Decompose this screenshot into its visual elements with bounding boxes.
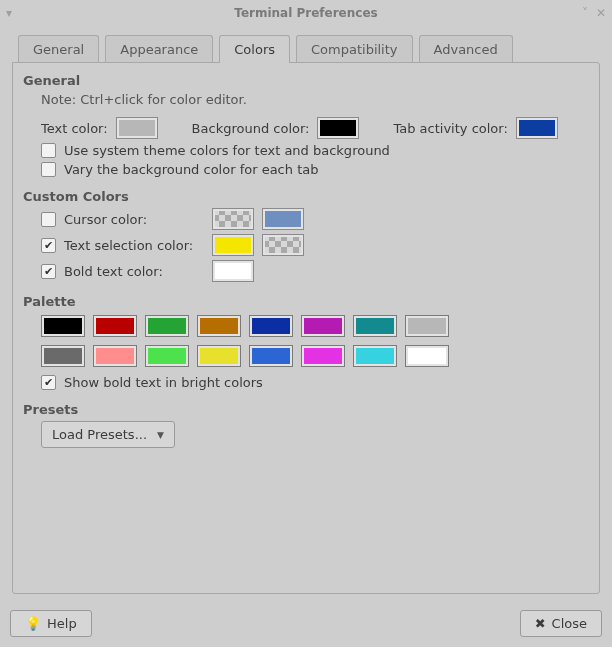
selection-color-checkbox[interactable]	[41, 238, 56, 253]
color-editor-note: Note: Ctrl+click for color editor.	[41, 92, 589, 107]
background-color-label: Background color:	[192, 121, 310, 136]
background-color-swatch[interactable]	[317, 117, 359, 139]
palette-swatch-15[interactable]	[405, 345, 449, 367]
row-selection-color: Text selection color:	[41, 234, 589, 256]
tab-panel-colors: General Note: Ctrl+click for color edito…	[12, 62, 600, 594]
tab-label: General	[33, 42, 84, 57]
cursor-color-label: Cursor color:	[64, 212, 204, 227]
palette-swatch-0[interactable]	[41, 315, 85, 337]
titlebar: ▾ Terminal Preferences ˅ ✕	[0, 0, 612, 26]
palette-swatch-11[interactable]	[197, 345, 241, 367]
tab-compatibility[interactable]: Compatibility	[296, 35, 413, 63]
palette-swatch-7[interactable]	[405, 315, 449, 337]
tab-advanced[interactable]: Advanced	[419, 35, 513, 63]
selection-color-label: Text selection color:	[64, 238, 204, 253]
content-area: General Appearance Colors Compatibility …	[0, 26, 612, 602]
tab-label: Colors	[234, 42, 275, 57]
cursor-color-swatch-1[interactable]	[212, 208, 254, 230]
bold-color-swatch[interactable]	[212, 260, 254, 282]
cursor-color-swatch-2[interactable]	[262, 208, 304, 230]
window-menu-icon[interactable]: ▾	[6, 6, 12, 20]
palette-grid	[41, 315, 589, 367]
row-basic-colors: Text color: Background color: Tab activi…	[41, 117, 589, 139]
text-color-swatch[interactable]	[116, 117, 158, 139]
tab-label: Compatibility	[311, 42, 398, 57]
bottom-bar: 💡 Help ✖ Close	[0, 602, 612, 647]
palette-swatch-12[interactable]	[249, 345, 293, 367]
row-use-system-colors: Use system theme colors for text and bac…	[41, 143, 589, 158]
tab-general[interactable]: General	[18, 35, 99, 63]
row-show-bold-bright: Show bold text in bright colors	[41, 375, 589, 390]
section-custom-heading: Custom Colors	[23, 189, 589, 204]
close-icon: ✖	[535, 616, 546, 631]
bold-color-checkbox[interactable]	[41, 264, 56, 279]
tab-label: Advanced	[434, 42, 498, 57]
help-button[interactable]: 💡 Help	[10, 610, 92, 637]
tab-label: Appearance	[120, 42, 198, 57]
help-button-label: Help	[47, 616, 77, 631]
text-color-label: Text color:	[41, 121, 108, 136]
palette-swatch-3[interactable]	[197, 315, 241, 337]
row-vary-background: Vary the background color for each tab	[41, 162, 589, 177]
row-bold-color: Bold text color:	[41, 260, 589, 282]
palette-swatch-8[interactable]	[41, 345, 85, 367]
use-system-colors-label: Use system theme colors for text and bac…	[64, 143, 390, 158]
tab-bar: General Appearance Colors Compatibility …	[12, 34, 600, 62]
load-presets-dropdown[interactable]: Load Presets... ▼	[41, 421, 175, 448]
preferences-window: ▾ Terminal Preferences ˅ ✕ General Appea…	[0, 0, 612, 647]
help-icon: 💡	[25, 616, 41, 631]
selection-color-swatch-2[interactable]	[262, 234, 304, 256]
window-title: Terminal Preferences	[66, 6, 546, 20]
window-minimize-icon[interactable]: ˅	[582, 6, 588, 20]
palette-swatch-1[interactable]	[93, 315, 137, 337]
show-bold-bright-checkbox[interactable]	[41, 375, 56, 390]
tab-activity-color-label: Tab activity color:	[393, 121, 507, 136]
palette-swatch-9[interactable]	[93, 345, 137, 367]
use-system-colors-checkbox[interactable]	[41, 143, 56, 158]
section-presets-heading: Presets	[23, 402, 589, 417]
palette-swatch-5[interactable]	[301, 315, 345, 337]
section-palette-heading: Palette	[23, 294, 589, 309]
palette-swatch-4[interactable]	[249, 315, 293, 337]
close-button[interactable]: ✖ Close	[520, 610, 602, 637]
row-cursor-color: Cursor color:	[41, 208, 589, 230]
chevron-down-icon: ▼	[157, 430, 164, 440]
palette-swatch-10[interactable]	[145, 345, 189, 367]
tab-activity-color-swatch[interactable]	[516, 117, 558, 139]
tab-colors[interactable]: Colors	[219, 35, 290, 63]
show-bold-bright-label: Show bold text in bright colors	[64, 375, 263, 390]
cursor-color-checkbox[interactable]	[41, 212, 56, 227]
vary-background-checkbox[interactable]	[41, 162, 56, 177]
palette-swatch-13[interactable]	[301, 345, 345, 367]
window-close-icon[interactable]: ✕	[596, 6, 606, 20]
palette-swatch-14[interactable]	[353, 345, 397, 367]
selection-color-swatch-1[interactable]	[212, 234, 254, 256]
palette-swatch-6[interactable]	[353, 315, 397, 337]
bold-color-label: Bold text color:	[64, 264, 204, 279]
section-general-heading: General	[23, 73, 589, 88]
vary-background-label: Vary the background color for each tab	[64, 162, 318, 177]
tab-appearance[interactable]: Appearance	[105, 35, 213, 63]
load-presets-label: Load Presets...	[52, 427, 147, 442]
close-button-label: Close	[552, 616, 587, 631]
palette-swatch-2[interactable]	[145, 315, 189, 337]
